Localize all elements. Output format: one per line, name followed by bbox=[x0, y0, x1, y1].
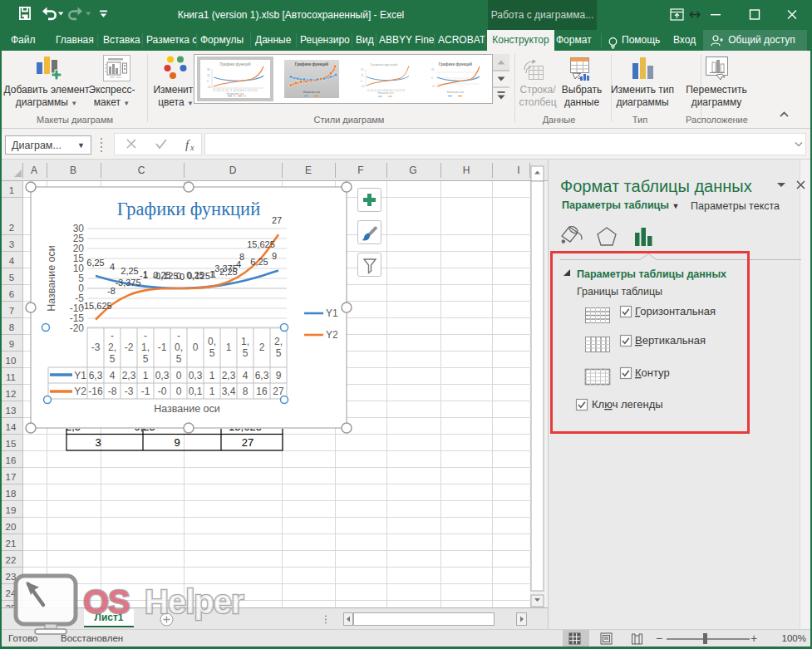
svg-text:6,25: 6,25 bbox=[250, 257, 268, 267]
svg-text:5: 5 bbox=[9, 273, 14, 283]
svg-text:2,3: 2,3 bbox=[122, 370, 136, 381]
svg-text:-3: -3 bbox=[125, 386, 134, 397]
svg-text:-: - bbox=[111, 330, 114, 342]
svg-text:3,375: 3,375 bbox=[214, 263, 238, 273]
svg-text:8: 8 bbox=[239, 252, 244, 262]
svg-text:-8: -8 bbox=[108, 386, 117, 397]
svg-text:Название оси: Название оси bbox=[154, 403, 220, 415]
svg-text:-1: -1 bbox=[140, 270, 148, 280]
svg-text:14: 14 bbox=[6, 422, 17, 432]
svg-text:0: 0 bbox=[176, 370, 182, 381]
svg-text:15: 15 bbox=[361, 74, 364, 77]
svg-text:-1: -1 bbox=[158, 342, 167, 353]
svg-text:2,: 2, bbox=[108, 342, 116, 353]
svg-text:2: 2 bbox=[259, 342, 265, 353]
svg-text:A: A bbox=[31, 165, 37, 176]
svg-text:3,4: 3,4 bbox=[222, 386, 236, 397]
svg-text:-15: -15 bbox=[431, 85, 436, 88]
svg-text:1,: 1, bbox=[141, 342, 150, 353]
svg-text:7: 7 bbox=[9, 306, 14, 316]
svg-text:5: 5 bbox=[143, 353, 149, 365]
svg-text:-20: -20 bbox=[70, 322, 85, 334]
svg-text:Helper: Helper bbox=[145, 583, 244, 620]
svg-text:-2: -2 bbox=[125, 342, 134, 353]
svg-text:B: B bbox=[70, 165, 76, 176]
svg-text:17: 17 bbox=[6, 472, 17, 482]
svg-text:2: 2 bbox=[9, 223, 14, 233]
svg-text:27: 27 bbox=[242, 436, 253, 449]
svg-text:8: 8 bbox=[243, 386, 249, 397]
svg-text:5: 5 bbox=[209, 347, 215, 359]
svg-text:2,25: 2,25 bbox=[121, 266, 138, 276]
svg-text:1: 1 bbox=[226, 342, 232, 353]
svg-text:9: 9 bbox=[276, 370, 282, 381]
svg-text:Графики функций: Графики функций bbox=[117, 199, 260, 219]
svg-text:-3,375: -3,375 bbox=[115, 278, 140, 288]
svg-text:-0: -0 bbox=[158, 386, 167, 397]
svg-text:2,: 2, bbox=[274, 336, 283, 347]
svg-text:Y1: Y1 bbox=[326, 307, 338, 319]
svg-text:27: 27 bbox=[273, 386, 284, 397]
svg-text:C: C bbox=[138, 165, 145, 176]
svg-text:5: 5 bbox=[176, 353, 182, 365]
svg-text:0,: 0, bbox=[175, 342, 183, 353]
svg-text:5: 5 bbox=[243, 347, 249, 359]
svg-text:0,125: 0,125 bbox=[187, 271, 210, 281]
svg-text:16: 16 bbox=[256, 386, 268, 397]
svg-text:Y2: Y2 bbox=[326, 329, 338, 341]
svg-text:-: - bbox=[177, 330, 180, 342]
svg-text:5: 5 bbox=[110, 353, 116, 365]
svg-text:4: 4 bbox=[110, 262, 115, 272]
svg-text:9: 9 bbox=[174, 436, 180, 449]
svg-text:6,3: 6,3 bbox=[89, 370, 103, 381]
svg-text:5: 5 bbox=[276, 347, 282, 359]
svg-text:-15,625: -15,625 bbox=[81, 301, 111, 311]
svg-text:Название оси: Название оси bbox=[377, 91, 393, 95]
svg-text:0,3: 0,3 bbox=[189, 370, 203, 381]
svg-text:G: G bbox=[409, 165, 416, 176]
svg-text:27: 27 bbox=[272, 215, 282, 225]
svg-text:Название оси: Название оси bbox=[46, 245, 57, 312]
svg-text:-15: -15 bbox=[361, 85, 365, 88]
svg-text:-1: -1 bbox=[141, 386, 150, 397]
svg-text:15: 15 bbox=[207, 74, 210, 77]
svg-text:10: 10 bbox=[6, 356, 17, 366]
svg-text:Y2: Y2 bbox=[74, 386, 86, 397]
svg-text:6,25: 6,25 bbox=[86, 258, 104, 268]
svg-text:16: 16 bbox=[6, 455, 17, 465]
svg-text:-0,125: -0,125 bbox=[152, 271, 178, 281]
svg-text:13: 13 bbox=[6, 406, 17, 415]
svg-text:0: 0 bbox=[180, 272, 185, 282]
svg-text:-15: -15 bbox=[207, 86, 211, 89]
svg-text:Графики функций: Графики функций bbox=[439, 61, 472, 66]
svg-text:1: 1 bbox=[9, 185, 14, 195]
svg-text:9: 9 bbox=[9, 339, 14, 349]
svg-text:Графики функций: Графики функций bbox=[219, 61, 251, 66]
svg-text:-: - bbox=[144, 330, 147, 342]
svg-text:8: 8 bbox=[9, 322, 14, 332]
svg-text:x: x bbox=[189, 143, 194, 152]
svg-text:Y1: Y1 bbox=[74, 370, 86, 381]
svg-text:0: 0 bbox=[193, 342, 199, 353]
svg-text:0,1: 0,1 bbox=[189, 386, 203, 397]
svg-text:F: F bbox=[357, 165, 363, 176]
svg-text:22: 22 bbox=[6, 555, 17, 565]
svg-text:1: 1 bbox=[209, 370, 215, 381]
svg-text:20: 20 bbox=[6, 522, 17, 532]
svg-text:0: 0 bbox=[176, 386, 182, 397]
svg-text:Графики функций: Графики функций bbox=[371, 62, 398, 66]
svg-text:15,625: 15,625 bbox=[247, 239, 275, 249]
svg-text:0,: 0, bbox=[208, 336, 216, 347]
svg-text:21: 21 bbox=[6, 538, 17, 548]
svg-text:Графики функций: Графики функций bbox=[295, 61, 328, 66]
svg-text:3: 3 bbox=[95, 436, 101, 449]
svg-text:E: E bbox=[305, 165, 312, 176]
svg-text:18: 18 bbox=[6, 489, 17, 499]
svg-text:11: 11 bbox=[6, 372, 16, 382]
svg-text:15: 15 bbox=[6, 439, 17, 449]
svg-text:30: 30 bbox=[361, 68, 364, 71]
svg-text:0: 0 bbox=[207, 80, 209, 83]
svg-text:Название оси: Название оси bbox=[447, 91, 464, 94]
svg-text:I: I bbox=[517, 165, 519, 176]
svg-text:-3: -3 bbox=[91, 342, 101, 353]
